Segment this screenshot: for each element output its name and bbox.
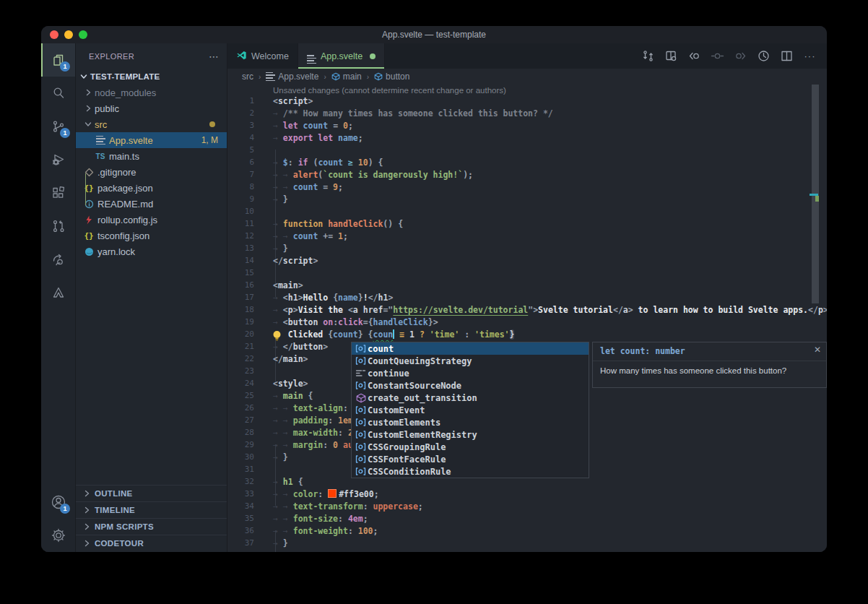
code-line[interactable]: 5 [227, 145, 827, 158]
line-number: 6 [227, 158, 254, 170]
code-line[interactable]: 34→ → text-transform: uppercase; [227, 501, 827, 514]
line-number: 36 [227, 526, 254, 538]
tree-item-yarn-lock[interactable]: yarn.lock [76, 243, 227, 259]
zoom-window-button[interactable] [79, 30, 87, 39]
code-line[interactable]: 9→ } [227, 194, 827, 207]
file-label: README.md [97, 199, 153, 210]
workspace-section-header[interactable]: TEST-TEMPLATE [76, 69, 227, 85]
code-line[interactable]: 36→ → font-weight: 100; [227, 526, 827, 538]
lightbulb-icon[interactable] [272, 330, 283, 342]
code-line[interactable]: 1<script> [227, 96, 827, 108]
tree-item-app-svelte[interactable]: App.svelte1, M [76, 132, 227, 148]
tree-item-node-modules[interactable]: node_modules [76, 85, 227, 100]
code-line[interactable]: 16<main> [227, 280, 827, 293]
breadcrumb-item-app-svelte[interactable]: App.svelte [266, 72, 318, 82]
line-number: 29 [227, 440, 254, 452]
code-line[interactable]: 3→ let count = 0; [227, 121, 827, 133]
activity-item-github-pull-requests[interactable] [41, 210, 75, 243]
line-number: 30 [227, 452, 254, 465]
activity-item-accounts[interactable]: 1 [41, 486, 75, 519]
line-number: 3 [227, 121, 254, 133]
code-line[interactable]: 6→ $: if (count ≥ 10) { [227, 158, 827, 170]
suggestion-cssfontfacerule[interactable]: CSSFontFaceRule [352, 453, 589, 465]
explorer-more-actions-icon[interactable]: ⋯ [209, 51, 220, 62]
code-editor[interactable]: Unsaved changes (cannot determine recent… [227, 85, 827, 552]
code-line[interactable]: 18→ <p>Visit the <a href="https://svelte… [227, 305, 827, 317]
suggestion-cssgroupingrule[interactable]: CSSGroupingRule [352, 441, 589, 453]
line-number: 2 [227, 108, 254, 121]
suggestion-create_out_transition[interactable]: create_out_transition [352, 392, 589, 404]
breadcrumb-item-src[interactable]: src [242, 72, 253, 82]
minimize-window-button[interactable] [64, 30, 73, 39]
code-line[interactable]: 14</script> [227, 256, 827, 268]
tree-item-public[interactable]: public [76, 100, 227, 116]
code-line[interactable]: 8→ → count = 9; [227, 182, 827, 194]
panel-outline[interactable]: OUTLINE [76, 485, 227, 501]
code-line[interactable]: 32→ h1 { [227, 477, 827, 489]
file-label: node_modules [95, 87, 156, 98]
tree-item-readme-md[interactable]: README.md [76, 196, 227, 212]
suggestion-count[interactable]: count [352, 342, 589, 355]
panel-codetour[interactable]: CODETOUR [76, 535, 227, 551]
suggestion-customevent[interactable]: CustomEvent [352, 404, 589, 416]
code-line[interactable]: 11→ function handleClick() { [227, 219, 827, 231]
previous-change-icon[interactable] [687, 49, 701, 63]
tree-item-package-json[interactable]: {}package.json [76, 180, 227, 196]
activity-item-source-control[interactable]: 1 [41, 110, 75, 143]
activity-item-extensions[interactable] [41, 176, 75, 210]
activity-item-live-share[interactable] [41, 243, 75, 276]
tree-item--gitignore[interactable]: .gitignore [76, 164, 227, 180]
tree-item-rollup-config-js[interactable]: rollup.config.js [76, 212, 227, 228]
panel-timeline[interactable]: TIMELINE [76, 501, 227, 518]
code-line[interactable]: 10 [227, 207, 827, 219]
split-editor-icon[interactable] [780, 49, 794, 63]
code-line[interactable]: 35→ → font-size: 4em; [227, 514, 827, 526]
activity-item-settings[interactable] [41, 519, 75, 552]
current-change-icon[interactable] [711, 49, 724, 63]
code-line[interactable]: 4→ export let name; [227, 133, 827, 145]
activity-item-search[interactable] [41, 77, 75, 110]
tab-welcome[interactable]: Welcome [227, 43, 298, 69]
tree-item-tsconfig-json[interactable]: {}tsconfig.json [76, 228, 227, 243]
breadcrumb-item-main[interactable]: main [331, 72, 362, 82]
activity-item-explorer[interactable]: 1 [41, 43, 75, 77]
open-changes-icon[interactable] [664, 49, 678, 63]
code-line[interactable]: 33→ → color: #ff3e00; [227, 489, 827, 501]
activity-item-azure[interactable] [41, 276, 75, 309]
close-window-button[interactable] [50, 30, 58, 39]
code-line[interactable]: 13→ } [227, 243, 827, 256]
chevron-right-icon [83, 506, 90, 514]
ts-file-icon: TS [95, 152, 106, 160]
tree-item-src[interactable]: src [76, 116, 227, 132]
more-actions-icon[interactable]: ··· [803, 49, 817, 63]
close-icon[interactable]: ✕ [814, 345, 821, 354]
suggestion-constantsourcenode[interactable]: ConstantSourceNode [352, 379, 589, 392]
symbol-variable-icon [354, 467, 368, 476]
suggestion-continue[interactable]: continue [352, 367, 589, 379]
code-line[interactable]: 15 [227, 268, 827, 280]
activity-item-run-debug[interactable] [41, 143, 75, 176]
line-number: 12 [227, 231, 254, 243]
code-line[interactable]: 7→ → alert(`count is dangerously high!`)… [227, 170, 827, 182]
suggestion-customelementregistry[interactable]: CustomElementRegistry [352, 428, 589, 441]
code-line[interactable]: 17→ <h1>Hello {name}!</h1> [227, 293, 827, 305]
code-line[interactable]: 2→ /** How many times has someone clicke… [227, 108, 827, 121]
code-line[interactable]: 19→ <button on:click={handleClick}> [227, 317, 827, 329]
svelte-file-icon [95, 136, 106, 144]
tab-app-svelte[interactable]: App.svelte [298, 43, 385, 69]
code-line[interactable]: 37→ } [227, 538, 827, 551]
panel-npm-scripts[interactable]: NPM SCRIPTS [76, 518, 227, 535]
line-number: 24 [227, 379, 254, 391]
suggestion-countqueuingstrategy[interactable]: CountQueuingStrategy [352, 355, 589, 367]
code-line[interactable]: 20 Clicked {count} {coun ≡ 1 ? 'time' : … [227, 329, 827, 342]
next-change-icon[interactable] [734, 49, 747, 63]
tree-item-main-ts[interactable]: TSmain.ts [76, 148, 227, 164]
breadcrumb-item-button[interactable]: button [374, 72, 409, 82]
suggestion-cssconditionrule[interactable]: CSSConditionRule [352, 465, 589, 478]
file-history-icon[interactable] [757, 49, 771, 63]
svelte-file-icon [307, 48, 316, 64]
code-line[interactable]: 12→ → count += 1; [227, 231, 827, 243]
line-number: 16 [227, 280, 254, 293]
suggestion-customelements[interactable]: customElements [352, 416, 589, 428]
compare-changes-icon[interactable] [641, 49, 655, 63]
